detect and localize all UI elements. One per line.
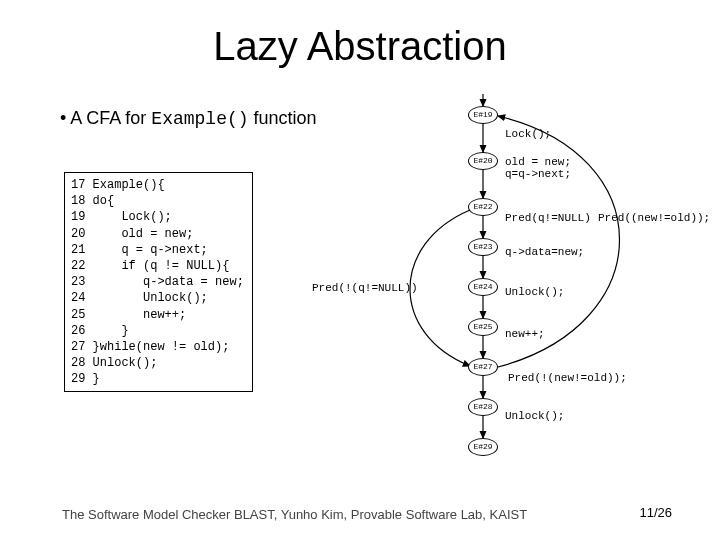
code-listing: 17 Example(){ 18 do{ 19 Lock(); 20 old =… bbox=[64, 172, 253, 392]
edges-svg bbox=[330, 94, 710, 484]
node-e23: E#23 bbox=[468, 238, 498, 256]
node-e20: E#20 bbox=[468, 152, 498, 170]
node-e22: E#22 bbox=[468, 198, 498, 216]
bullet-suffix: function bbox=[249, 108, 317, 128]
page-number: 11/26 bbox=[639, 505, 672, 520]
bullet-prefix: • A CFA for bbox=[60, 108, 151, 128]
node-e28: E#28 bbox=[468, 398, 498, 416]
footer-text: The Software Model Checker BLAST, Yunho … bbox=[62, 507, 527, 522]
bullet-code: Example() bbox=[151, 109, 248, 129]
cfa-diagram: E#19 E#20 E#22 E#23 E#24 E#25 E#27 E#28 … bbox=[330, 94, 710, 484]
node-e19: E#19 bbox=[468, 106, 498, 124]
node-e24: E#24 bbox=[468, 278, 498, 296]
node-e27: E#27 bbox=[468, 358, 498, 376]
node-e29: E#29 bbox=[468, 438, 498, 456]
node-e25: E#25 bbox=[468, 318, 498, 336]
slide-title: Lazy Abstraction bbox=[0, 0, 720, 69]
bullet-line: • A CFA for Example() function bbox=[60, 108, 317, 129]
